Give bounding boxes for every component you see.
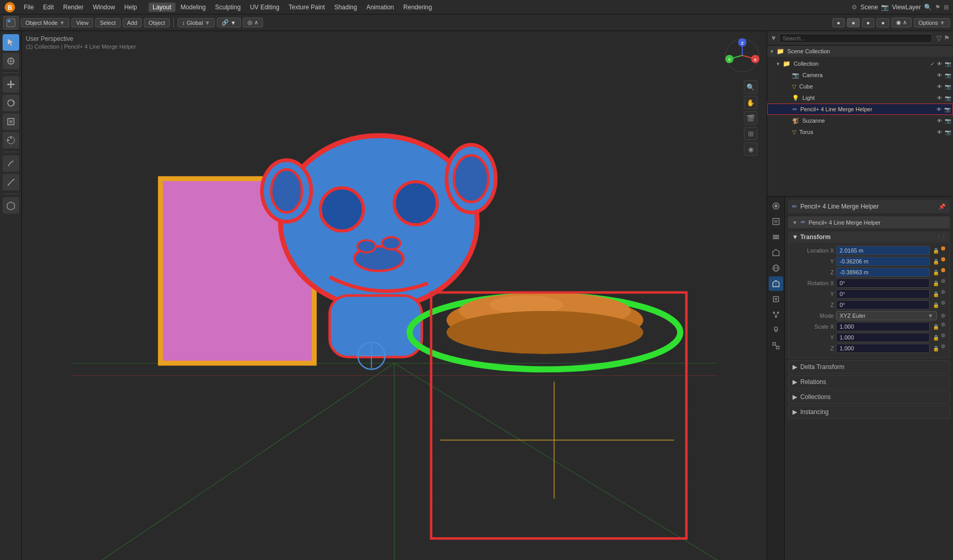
viewport[interactable]: User Perspective (1) Collection | Pencil… (22, 31, 767, 560)
cube-eye-icon[interactable]: 👁 (937, 84, 942, 90)
workspace-animation[interactable]: Animation (362, 3, 398, 12)
props-tab-constraints[interactable] (769, 338, 783, 353)
loc-z-dot[interactable] (941, 268, 945, 272)
tree-arrow-collection[interactable]: ▼ (775, 61, 781, 67)
light-cam-icon[interactable]: 📷 (945, 95, 951, 101)
menu-render[interactable]: Render (59, 3, 87, 12)
torus-eye-icon[interactable]: 👁 (937, 129, 942, 135)
outliner-filter-btn[interactable]: ▽ (936, 34, 942, 42)
props-pin-icon[interactable]: 📌 (939, 203, 946, 210)
rot-x-lock-icon[interactable]: 🔒 (932, 279, 940, 287)
location-y-value[interactable]: -0.36206 m (836, 257, 930, 266)
select-tool[interactable] (3, 34, 19, 51)
rotate-tool[interactable] (3, 95, 19, 111)
delta-transform-section[interactable]: ▶ Delta Transform (788, 360, 950, 374)
workspace-shading[interactable]: Shading (330, 3, 361, 12)
light-eye-icon[interactable]: 👁 (937, 95, 942, 101)
cube-cam-icon[interactable]: 📷 (945, 84, 951, 90)
rot-x-dot[interactable] (941, 279, 945, 283)
rotation-z-value[interactable]: 0° (836, 300, 930, 310)
props-tab-object[interactable] (769, 276, 783, 291)
rotation-x-value[interactable]: 0° (836, 278, 930, 288)
cursor-tool[interactable] (3, 53, 19, 69)
object-btn[interactable]: Object (144, 18, 170, 27)
props-tab-particles[interactable] (769, 307, 783, 322)
viewport-overlay[interactable]: ◉ ∧ (891, 18, 912, 27)
collection-camera-icon[interactable]: 📷 (945, 61, 951, 67)
workspace-texture-paint[interactable]: Texture Paint (285, 3, 329, 12)
collection-eye-icon[interactable]: 👁 (937, 61, 942, 67)
scale-x-lock-icon[interactable]: 🔒 (932, 322, 940, 331)
add-cube-tool[interactable] (3, 197, 19, 214)
transform-section-header[interactable]: ▼ Transform ⋮⋮ (788, 231, 950, 243)
proportional-btn[interactable]: ◎ ∧ (243, 18, 263, 27)
props-obj-dropdown[interactable]: ▼ ✏ Pencil+ 4 Line Merge Helper (788, 216, 950, 228)
workspace-sculpting[interactable]: Sculpting (211, 3, 245, 12)
rot-y-dot[interactable] (941, 290, 945, 294)
menu-edit[interactable]: Edit (39, 3, 58, 12)
location-z-value[interactable]: -0.38963 m (836, 268, 930, 277)
suzanne-eye-icon[interactable]: 👁 (937, 118, 942, 124)
menu-window[interactable]: Window (89, 3, 119, 12)
view-btn[interactable]: View (71, 18, 93, 27)
ortho-view-btn[interactable]: ⊞ (744, 127, 757, 140)
viewport-gizmo[interactable]: Z X Y (724, 37, 760, 73)
tree-item-light[interactable]: 💡 Light 👁 📷 (767, 92, 953, 104)
rot-z-dot[interactable] (941, 301, 945, 305)
select-btn[interactable]: Select (95, 18, 121, 27)
viewport-shading-solid[interactable]: ● (847, 18, 860, 27)
rot-z-lock-icon[interactable]: 🔒 (932, 301, 940, 309)
loc-x-dot[interactable] (941, 246, 945, 250)
measure-tool[interactable] (3, 174, 19, 190)
camera-cam-icon[interactable]: 📷 (945, 72, 951, 78)
snap-btn[interactable]: 🔗 ▼ (217, 18, 241, 27)
tree-item-camera[interactable]: 📷 Camera 👁 📷 (767, 69, 953, 81)
props-tab-physics[interactable] (769, 323, 783, 337)
tree-item-suzanne[interactable]: 🐒 Suzanne 👁 📷 (767, 115, 953, 126)
options-btn[interactable]: Options ▼ (914, 18, 950, 27)
props-tab-modifier[interactable] (769, 292, 783, 306)
collection-check-icon[interactable]: ✓ (930, 61, 934, 67)
tree-item-pencil-helper[interactable]: ✏ Pencil+ 4 Line Merge Helper 👁 📷 (767, 104, 953, 115)
props-tab-view-layer[interactable] (769, 230, 783, 244)
tree-item-cube[interactable]: ▽ Cube 👁 📷 (767, 81, 953, 92)
object-mode-btn[interactable]: Object Mode ▼ (21, 18, 69, 27)
scale-y-value[interactable]: 1.000 (836, 333, 930, 342)
suzanne-cam-icon[interactable]: 📷 (945, 118, 951, 124)
mode-icon[interactable] (3, 16, 19, 30)
search-tool-btn[interactable]: 🔍 (744, 80, 757, 94)
scale-z-lock-icon[interactable]: 🔒 (932, 344, 940, 352)
collections-section[interactable]: ▶ Collections (788, 390, 950, 404)
location-x-value[interactable]: 2.0165 m (836, 246, 930, 255)
add-btn[interactable]: Add (123, 18, 142, 27)
transform-btn[interactable]: ↕ Global ▼ (178, 18, 215, 27)
loc-x-lock-icon[interactable]: 🔒 (932, 246, 940, 255)
scale-tool[interactable] (3, 113, 19, 130)
outliner-sort-btn[interactable]: ⚑ (944, 34, 950, 42)
transform-tool[interactable] (3, 132, 19, 149)
pan-tool-btn[interactable]: ✋ (744, 96, 757, 109)
viewport-shading-eevee[interactable]: ● (876, 18, 889, 27)
camera-eye-icon[interactable]: 👁 (937, 72, 942, 78)
props-tab-world[interactable] (769, 261, 783, 275)
rotation-mode-select[interactable]: XYZ Euler ▼ (836, 311, 937, 320)
rotation-y-value[interactable]: 0° (836, 289, 930, 299)
scale-y-lock-icon[interactable]: 🔒 (932, 333, 940, 342)
torus-cam-icon[interactable]: 📷 (945, 129, 951, 135)
workspace-uv-editing[interactable]: UV Editing (246, 3, 284, 12)
instancing-section[interactable]: ▶ Instancing (788, 405, 950, 419)
annotate-tool[interactable] (3, 155, 19, 172)
tree-item-scene-collection[interactable]: ▼ 📁 Scene Collection (767, 46, 953, 57)
relations-section[interactable]: ▶ Relations (788, 375, 950, 389)
props-tab-render[interactable] (769, 199, 783, 213)
tree-arrow-scene[interactable]: ▼ (769, 49, 774, 54)
pencil-cam-icon[interactable]: 📷 (944, 107, 950, 112)
props-tab-scene[interactable] (769, 245, 783, 260)
pencil-eye-icon[interactable]: 👁 (936, 107, 942, 112)
loc-z-lock-icon[interactable]: 🔒 (932, 268, 940, 276)
workspace-layout[interactable]: Layout (149, 3, 175, 12)
render-view-btn[interactable]: ◉ (744, 142, 757, 156)
outliner-search-input[interactable] (779, 34, 932, 43)
scale-y-dot[interactable] (941, 333, 945, 337)
move-tool[interactable] (3, 76, 19, 93)
